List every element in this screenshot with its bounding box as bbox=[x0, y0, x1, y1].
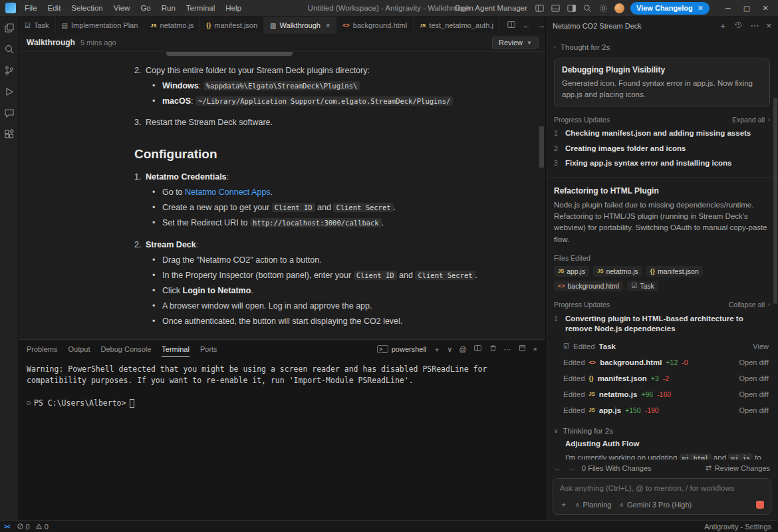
window-title: Untitled (Workspace) - Antigravity - Wal… bbox=[308, 4, 471, 12]
settings-status-label[interactable]: Antigravity - Settings bbox=[704, 523, 771, 531]
tab-output[interactable]: Output bbox=[68, 341, 90, 357]
file-chip-task[interactable]: Task bbox=[627, 281, 658, 291]
progress-item[interactable]: 1 Checking manifest.json and adding miss… bbox=[554, 128, 770, 139]
extensions-icon[interactable] bbox=[3, 128, 15, 140]
changelog-close-icon[interactable]: ✕ bbox=[698, 4, 704, 13]
remote-icon[interactable]: >< bbox=[4, 523, 10, 530]
edited-row-background-html[interactable]: Edited background.html +12 -0 Open diff bbox=[554, 354, 770, 370]
bold-text: Login to Netatmo bbox=[183, 286, 251, 295]
attach-icon[interactable]: ＋ bbox=[560, 499, 567, 509]
new-terminal-icon[interactable]: ＋ bbox=[433, 344, 440, 354]
tab-test-netatmo-auth[interactable]: test_netatmo_auth.j bbox=[414, 17, 500, 34]
run-debug-icon[interactable] bbox=[3, 86, 15, 98]
at-mention-icon[interactable]: @ bbox=[459, 345, 466, 353]
thinking-section-header[interactable]: ∨ Thinking for 2s bbox=[554, 427, 770, 435]
open-diff-link[interactable]: Open diff bbox=[739, 358, 769, 366]
agent-input-box[interactable]: ＋ ∧Planning ∧Gemini 3 Pro (High) bbox=[553, 478, 771, 515]
close-panel-icon[interactable]: × bbox=[533, 345, 537, 353]
layout-sidebar-icon[interactable] bbox=[535, 3, 545, 13]
review-button[interactable]: Review ▼ bbox=[492, 37, 539, 49]
progress-item[interactable]: 1 Converting plugin to HTML-based archit… bbox=[554, 314, 770, 334]
file-chip-app-js[interactable]: app.js bbox=[554, 266, 589, 277]
edited-row-netatmo-js[interactable]: Edited netatmo.js +96 -160 Open diff bbox=[554, 386, 770, 402]
open-diff-link[interactable]: Open diff bbox=[739, 374, 769, 382]
files-icon[interactable] bbox=[3, 22, 15, 34]
file-chip-netatmo-js[interactable]: netatmo.js bbox=[593, 266, 642, 277]
next-change-icon[interactable]: → bbox=[568, 464, 576, 473]
new-chat-icon[interactable]: ＋ bbox=[718, 21, 727, 30]
maximize-button[interactable]: ▢ bbox=[738, 1, 755, 15]
tab-background-html[interactable]: background.html bbox=[336, 17, 414, 34]
model-picker[interactable]: ∧Gemini 3 Pro (High) bbox=[619, 501, 692, 509]
tab-debug-console[interactable]: Debug Console bbox=[101, 341, 152, 357]
account-avatar[interactable] bbox=[614, 3, 624, 13]
collapsed-thought[interactable]: › Thought for 2s bbox=[554, 43, 770, 51]
progress-item[interactable]: 2 Creating images folder and icons bbox=[554, 144, 770, 154]
close-window-button[interactable]: ✕ bbox=[757, 1, 774, 15]
menu-terminal[interactable]: Terminal bbox=[182, 3, 219, 13]
split-editor-icon[interactable] bbox=[507, 20, 516, 31]
tab-walkthrough[interactable]: Walkthrough× bbox=[264, 17, 336, 34]
planning-mode-picker[interactable]: ∧Planning bbox=[575, 501, 611, 509]
minimize-button[interactable]: ─ bbox=[719, 1, 737, 15]
ask-input[interactable] bbox=[560, 484, 764, 492]
kill-terminal-icon[interactable] bbox=[489, 344, 497, 354]
tab-ports[interactable]: Ports bbox=[200, 341, 217, 357]
gear-icon[interactable] bbox=[598, 3, 608, 13]
shell-picker[interactable]: >_ powershell bbox=[377, 345, 426, 353]
file-chip-background-html[interactable]: background.html bbox=[554, 281, 623, 291]
search-icon[interactable] bbox=[3, 43, 15, 55]
menu-go[interactable]: Go bbox=[136, 3, 155, 13]
warnings-indicator[interactable]: 0 bbox=[35, 523, 49, 531]
review-changes-button[interactable]: ⇄ Review Changes bbox=[706, 464, 770, 472]
menu-view[interactable]: View bbox=[109, 3, 135, 13]
collapse-all-button[interactable]: Collapse all‹ bbox=[729, 301, 770, 309]
expand-all-button[interactable]: Expand all‹ bbox=[732, 116, 770, 124]
tab-manifest-json[interactable]: manifest.json bbox=[200, 17, 264, 34]
menu-selection[interactable]: Selection bbox=[66, 3, 107, 13]
progress-item[interactable]: 3 Fixing app.js syntax error and install… bbox=[554, 158, 770, 169]
agent-scrollbar-thumb[interactable] bbox=[773, 98, 777, 304]
edited-row-manifest-json[interactable]: Edited manifest.json +3 -2 Open diff bbox=[554, 370, 770, 386]
source-control-icon[interactable] bbox=[3, 65, 15, 76]
view-link[interactable]: View bbox=[753, 342, 769, 350]
doc-link[interactable]: Netatmo Connect Apps bbox=[185, 188, 271, 197]
history-icon[interactable] bbox=[734, 21, 743, 31]
tab-netatmo-js[interactable]: netatmo.js bbox=[144, 17, 200, 34]
chevron-down-icon[interactable]: ∨ bbox=[447, 345, 452, 354]
menu-help[interactable]: Help bbox=[221, 3, 246, 13]
terminal-output[interactable]: Warning: PowerShell detected that you mi… bbox=[19, 358, 545, 520]
tab-problems[interactable]: Problems bbox=[27, 341, 57, 357]
errors-indicator[interactable]: 0 bbox=[17, 523, 30, 531]
stop-generation-button[interactable] bbox=[756, 501, 764, 509]
navigate-forward-icon[interactable]: → bbox=[537, 21, 545, 30]
tab-task[interactable]: Task bbox=[19, 17, 56, 34]
command-decoration-icon[interactable] bbox=[27, 401, 31, 405]
prev-change-icon[interactable]: ← bbox=[554, 464, 562, 473]
menu-run[interactable]: Run bbox=[157, 3, 180, 13]
view-changelog-button[interactable]: View Changelog ✕ bbox=[630, 2, 710, 15]
open-diff-link[interactable]: Open diff bbox=[739, 406, 769, 414]
more-actions-icon[interactable]: ⋯ bbox=[750, 21, 759, 30]
html-icon bbox=[342, 22, 350, 29]
tab-terminal[interactable]: Terminal bbox=[162, 341, 190, 357]
partial-code-scrollbar[interactable] bbox=[166, 52, 293, 56]
maximize-panel-icon[interactable] bbox=[518, 344, 527, 354]
tab-implementation-plan[interactable]: Implementation Plan bbox=[56, 17, 145, 34]
menu-edit[interactable]: Edit bbox=[43, 3, 66, 13]
layout-panel-icon[interactable] bbox=[551, 3, 561, 13]
more-actions-icon[interactable]: ⋯ bbox=[504, 345, 511, 354]
navigate-back-icon[interactable]: ← bbox=[523, 21, 531, 30]
split-terminal-icon[interactable] bbox=[473, 344, 482, 354]
chat-icon[interactable] bbox=[3, 107, 15, 119]
edited-row-task[interactable]: Edited Task View bbox=[554, 338, 770, 354]
menu-file[interactable]: File bbox=[20, 3, 42, 13]
close-agent-panel-icon[interactable]: × bbox=[766, 21, 771, 30]
layout-sidebar-right-icon[interactable] bbox=[567, 3, 577, 13]
edited-row-app-js[interactable]: Edited app.js +150 -190 Open diff bbox=[554, 402, 770, 418]
editor-scrollbar-thumb[interactable] bbox=[539, 126, 544, 168]
open-diff-link[interactable]: Open diff bbox=[739, 390, 769, 398]
search-icon[interactable] bbox=[583, 3, 592, 13]
file-chip-manifest-json[interactable]: manifest.json bbox=[646, 266, 703, 277]
close-tab-icon[interactable]: × bbox=[326, 21, 330, 29]
